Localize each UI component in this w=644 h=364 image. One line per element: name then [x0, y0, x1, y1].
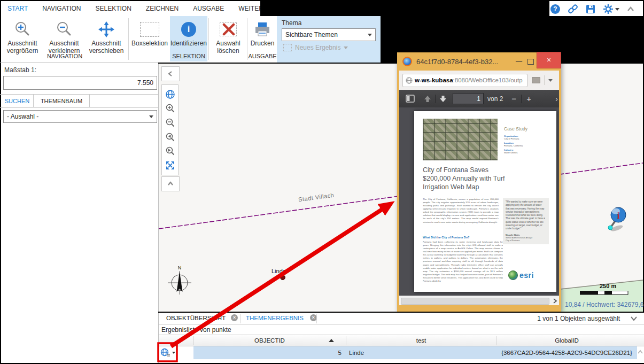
result-tabs-row: OBJEKTÜBERSICHT × THEMENERGEBNIS × 1 von…: [159, 313, 644, 325]
cell-globalid: {3667CA2D-9564-4258-A2C9-54DC9CE26D21}: [496, 346, 637, 359]
print-button[interactable]: Drucken: [248, 16, 277, 47]
globe-list-icon: [160, 347, 170, 358]
pdf-toolbar: 1 von 2 − + ›: [399, 90, 559, 107]
pdf-sidebar-toggle-icon[interactable]: [406, 95, 415, 103]
thema-panel: Thema Sichtbare Themen Neues Ergebnis: [277, 16, 381, 63]
red-x-icon: [222, 23, 235, 36]
pdf-next-page-icon[interactable]: [439, 95, 447, 103]
pdf-heading-2: What Did the City of Fontana Do?: [423, 236, 503, 239]
map-zoom-out-icon[interactable]: [165, 118, 175, 128]
scale-bar: [580, 291, 629, 295]
svg-text:N: N: [178, 265, 182, 270]
addon-icon[interactable]: [532, 77, 540, 83]
neues-ergebnis-button[interactable]: Neues Ergebnis: [283, 44, 348, 51]
column-header-test[interactable]: test: [346, 335, 496, 346]
tab-suchen[interactable]: SUCHEN: [1, 95, 34, 107]
pdf-toolbar-overflow[interactable]: ›: [555, 95, 558, 103]
group-label-navigation: NAVIGATION: [2, 53, 127, 59]
collapse-tools-button[interactable]: [161, 176, 180, 191]
save-icon[interactable]: [586, 4, 595, 14]
table-scroll-up-icon[interactable]: [638, 350, 643, 355]
map-zoom-in-icon[interactable]: [165, 103, 175, 113]
magnifier-minus-icon: [56, 21, 73, 38]
link-icon[interactable]: [568, 4, 578, 14]
tab-navigation[interactable]: NAVIGATION: [42, 5, 81, 12]
divider: [521, 95, 522, 103]
zoom-in-extent-button[interactable]: Ausschnitt vergrößern: [2, 16, 43, 55]
firefox-icon: [402, 57, 412, 66]
pan-extent-button[interactable]: Ausschnitt verschieben: [86, 16, 127, 55]
column-header-objectid[interactable]: OBJECTID: [193, 335, 346, 346]
boxselect-button[interactable]: Boxselektion: [130, 16, 169, 47]
left-tabs: SUCHEN THEMENBAUM: [0, 94, 158, 108]
panel-chevron-down-icon[interactable]: [630, 316, 638, 321]
map-tools: [161, 84, 179, 175]
pdf-hscrollbar[interactable]: [399, 296, 559, 305]
pdf-page-input[interactable]: 1: [453, 93, 484, 104]
maximize-button[interactable]: [525, 55, 537, 68]
column-header-globalid[interactable]: GlobalID: [496, 335, 637, 346]
expand-arrows-icon[interactable]: [165, 160, 175, 171]
collapse-ribbon-icon[interactable]: [627, 6, 634, 12]
full-extent-globe-icon[interactable]: [165, 89, 175, 99]
row-result-tool[interactable]: [160, 347, 175, 358]
scale-input[interactable]: 7.550: [3, 76, 157, 90]
pdf-prev-page-icon[interactable]: [423, 95, 432, 103]
pdf-zoom-out-button[interactable]: −: [511, 94, 516, 103]
divider: [240, 314, 240, 323]
menu-bar: START NAVIGATION SELEKTION ZEICHNEN AUSG…: [1, 1, 267, 16]
pdf-page: Case Study Organization: City of Fontana…: [414, 111, 556, 292]
esri-globe-icon: [508, 270, 518, 280]
addressbar-dropdown-icon[interactable]: [548, 79, 553, 82]
url-input[interactable]: w-ws-kubasa:8080/WebOffice103/outp: [402, 74, 527, 87]
search-select[interactable]: - Auswahl -: [3, 110, 157, 123]
settings-control[interactable]: [603, 4, 619, 14]
dashed-box-icon: [140, 22, 159, 37]
chevron-down-icon: [344, 47, 348, 49]
map-label-point: Linde: [271, 268, 286, 274]
tab-themenergebnis[interactable]: THEMENERGEBNIS ×: [246, 314, 317, 321]
previous-extent-icon[interactable]: [165, 132, 175, 142]
tab-themenbaum[interactable]: THEMENBAUM: [34, 95, 90, 107]
close-icon[interactable]: ×: [231, 314, 238, 321]
pdf-page-count: von 2: [487, 95, 503, 103]
table-row[interactable]: 5 Linde {3667CA2D-9564-4258-A2C9-54DC9CE…: [159, 346, 644, 359]
scrollbar-thumb[interactable]: [401, 298, 549, 305]
pan-arrows-icon: [98, 21, 115, 38]
divider: [0, 63, 158, 63]
ribbon-separator: [208, 18, 209, 60]
pdf-zoom-in-button[interactable]: +: [526, 94, 531, 103]
zoom-out-extent-button[interactable]: Ausschnitt verkleinern: [44, 16, 84, 55]
tab-ausgabe[interactable]: AUSGABE: [193, 5, 224, 12]
pdf-viewport[interactable]: Case Study Organization: City of Fontana…: [399, 107, 559, 296]
next-extent-icon[interactable]: [165, 146, 175, 156]
minimize-button[interactable]: —: [513, 55, 525, 68]
pdf-paragraph-2: Fontana had been collecting its water me…: [423, 241, 503, 286]
identify-marker-icon: i: [604, 204, 634, 232]
magnifier-plus-icon: [14, 21, 31, 38]
weboffice-app: START NAVIGATION SELEKTION ZEICHNEN AUSG…: [0, 0, 644, 364]
popup-titlebar[interactable]: 64c1f7d0-8784-4ef3-b32... — ×: [397, 52, 561, 71]
clear-selection-button[interactable]: Auswahl löschen: [211, 16, 246, 55]
chevron-up-icon: [167, 181, 174, 187]
chevron-down-icon: [149, 115, 153, 118]
chevron-left-icon: [167, 71, 174, 77]
popup-title: 64c1f7d0-8784-4ef3-b32...: [416, 58, 498, 66]
tab-zeichnen[interactable]: ZEICHNEN: [146, 5, 179, 12]
help-icon[interactable]: ?: [550, 4, 560, 14]
tab-selektion[interactable]: SELEKTION: [95, 5, 131, 12]
identify-button[interactable]: i Identifizieren: [170, 16, 207, 47]
scroll-right-icon[interactable]: [552, 298, 557, 304]
popup-window: 64c1f7d0-8784-4ef3-b32... — × w-ws-kubas…: [397, 52, 561, 312]
dashed-box-icon: [283, 44, 292, 51]
collapse-panel-button[interactable]: [161, 66, 180, 81]
info-circle-icon: i: [181, 22, 196, 37]
thema-select[interactable]: Sichtbare Themen: [282, 28, 376, 41]
tab-start[interactable]: START: [7, 5, 28, 12]
popup-addressbar: w-ws-kubasa:8080/WebOffice103/outp: [399, 71, 559, 90]
tab-objektuebersicht[interactable]: OBJEKTÜBERSICHT ×: [166, 314, 238, 321]
close-button[interactable]: ×: [537, 52, 561, 68]
divider: [316, 314, 317, 323]
settings-caret-icon: [615, 8, 619, 11]
site-globe-icon: [406, 77, 413, 84]
